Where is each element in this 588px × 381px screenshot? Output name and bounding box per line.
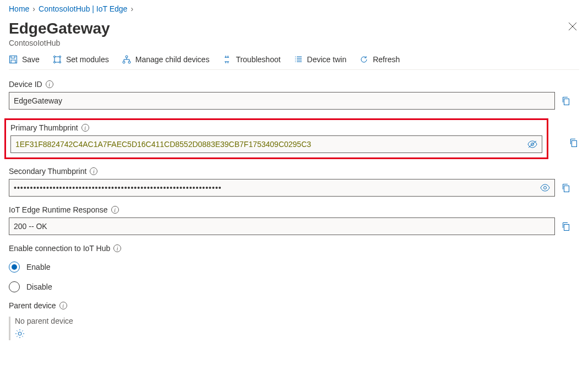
copy-runtime-response-button[interactable] bbox=[562, 222, 571, 231]
svg-point-6 bbox=[59, 62, 61, 63]
set-modules-button[interactable]: Set modules bbox=[53, 55, 109, 64]
disable-radio-label: Disable bbox=[26, 282, 52, 291]
info-icon[interactable]: i bbox=[59, 302, 67, 309]
info-icon[interactable]: i bbox=[81, 124, 89, 132]
runtime-response-label: IoT Edge Runtime Response bbox=[9, 205, 108, 214]
device-id-value: EdgeGateway bbox=[14, 96, 550, 105]
svg-rect-14 bbox=[564, 186, 569, 192]
primary-thumbprint-input[interactable]: 1EF31F8824742C4AC1A7FAEC5D16C411CD8552D0… bbox=[10, 135, 542, 153]
svg-point-5 bbox=[53, 62, 55, 63]
primary-thumbprint-label: Primary Thumbprint bbox=[10, 123, 78, 132]
primary-thumbprint-value: 1EF31F8824742C4AC1A7FAEC5D16C411CD8552D0… bbox=[15, 140, 523, 149]
close-icon[interactable] bbox=[568, 20, 579, 34]
copy-icon bbox=[562, 96, 570, 105]
set-modules-label: Set modules bbox=[66, 55, 109, 64]
troubleshoot-button[interactable]: Troubleshoot bbox=[222, 55, 280, 64]
runtime-response-value: 200 -- OK bbox=[14, 222, 550, 231]
page-title: EdgeGateway bbox=[9, 20, 110, 37]
svg-rect-1 bbox=[11, 56, 15, 58]
enable-radio[interactable]: Enable bbox=[9, 262, 579, 273]
svg-rect-12 bbox=[572, 141, 577, 147]
info-icon[interactable]: i bbox=[46, 80, 53, 88]
secondary-thumbprint-input[interactable]: ••••••••••••••••••••••••••••••••••••••••… bbox=[9, 179, 555, 197]
eye-off-icon bbox=[527, 140, 537, 148]
copy-device-id-button[interactable] bbox=[562, 96, 571, 105]
svg-point-16 bbox=[18, 332, 21, 335]
svg-rect-2 bbox=[11, 60, 15, 63]
eye-icon bbox=[540, 184, 550, 192]
breadcrumb: Home › ContosoIotHub | IoT Edge › bbox=[9, 2, 579, 18]
copy-primary-thumbprint-button[interactable] bbox=[569, 138, 579, 147]
breadcrumb-hub[interactable]: ContosoIotHub | IoT Edge bbox=[39, 4, 127, 13]
breadcrumb-sep-icon: › bbox=[32, 4, 35, 13]
info-icon[interactable]: i bbox=[90, 167, 97, 175]
device-twin-button[interactable]: Device twin bbox=[294, 55, 347, 64]
info-icon[interactable]: i bbox=[111, 206, 119, 214]
manage-children-button[interactable]: Manage child devices bbox=[122, 55, 210, 64]
breadcrumb-sep-icon: › bbox=[130, 4, 133, 13]
svg-rect-15 bbox=[564, 225, 569, 231]
secondary-thumbprint-label: Secondary Thumbprint bbox=[9, 167, 86, 176]
svg-point-4 bbox=[59, 56, 61, 58]
save-button[interactable]: Save bbox=[9, 55, 40, 64]
copy-icon bbox=[562, 183, 570, 192]
svg-point-7 bbox=[126, 56, 128, 58]
disable-radio[interactable]: Disable bbox=[9, 281, 579, 292]
troubleshoot-label: Troubleshoot bbox=[236, 55, 280, 64]
configure-parent-button[interactable] bbox=[15, 329, 25, 339]
svg-point-3 bbox=[53, 56, 55, 58]
enable-connection-label: Enable connection to IoT Hub bbox=[9, 244, 110, 253]
hierarchy-icon bbox=[122, 55, 131, 64]
gear-icon bbox=[15, 329, 25, 339]
device-twin-label: Device twin bbox=[307, 55, 347, 64]
svg-rect-0 bbox=[10, 56, 17, 63]
refresh-icon bbox=[360, 55, 368, 64]
parent-device-value: No parent device bbox=[15, 317, 579, 325]
svg-point-9 bbox=[128, 61, 130, 63]
secondary-thumbprint-value: ••••••••••••••••••••••••••••••••••••••••… bbox=[14, 183, 536, 192]
refresh-label: Refresh bbox=[373, 55, 400, 64]
wrench-icon bbox=[222, 55, 231, 64]
refresh-button[interactable]: Refresh bbox=[360, 55, 400, 64]
save-label: Save bbox=[22, 55, 40, 64]
breadcrumb-home[interactable]: Home bbox=[9, 4, 29, 13]
parent-device-label: Parent device bbox=[9, 301, 56, 310]
svg-rect-10 bbox=[564, 99, 569, 105]
svg-point-13 bbox=[544, 187, 547, 189]
device-id-input[interactable]: EdgeGateway bbox=[9, 92, 555, 110]
runtime-response-input[interactable]: 200 -- OK bbox=[9, 217, 555, 235]
copy-icon bbox=[562, 222, 570, 231]
toolbar: Save Set modules Manage child devices Tr… bbox=[9, 47, 579, 70]
radio-selected-icon bbox=[9, 262, 20, 273]
list-icon bbox=[294, 55, 303, 64]
manage-children-label: Manage child devices bbox=[135, 55, 210, 64]
copy-secondary-thumbprint-button[interactable] bbox=[562, 183, 571, 192]
enable-radio-label: Enable bbox=[26, 263, 51, 271]
svg-point-8 bbox=[123, 61, 125, 63]
radio-unselected-icon bbox=[9, 281, 20, 292]
save-icon bbox=[9, 55, 18, 64]
show-secondary-thumbprint-button[interactable] bbox=[536, 184, 550, 192]
page-subtitle: ContosoIotHub bbox=[9, 39, 110, 47]
device-id-label: Device ID bbox=[9, 80, 42, 89]
modules-icon bbox=[53, 55, 62, 64]
hide-primary-thumbprint-button[interactable] bbox=[523, 140, 537, 148]
info-icon[interactable]: i bbox=[113, 244, 121, 252]
copy-icon bbox=[569, 138, 578, 147]
